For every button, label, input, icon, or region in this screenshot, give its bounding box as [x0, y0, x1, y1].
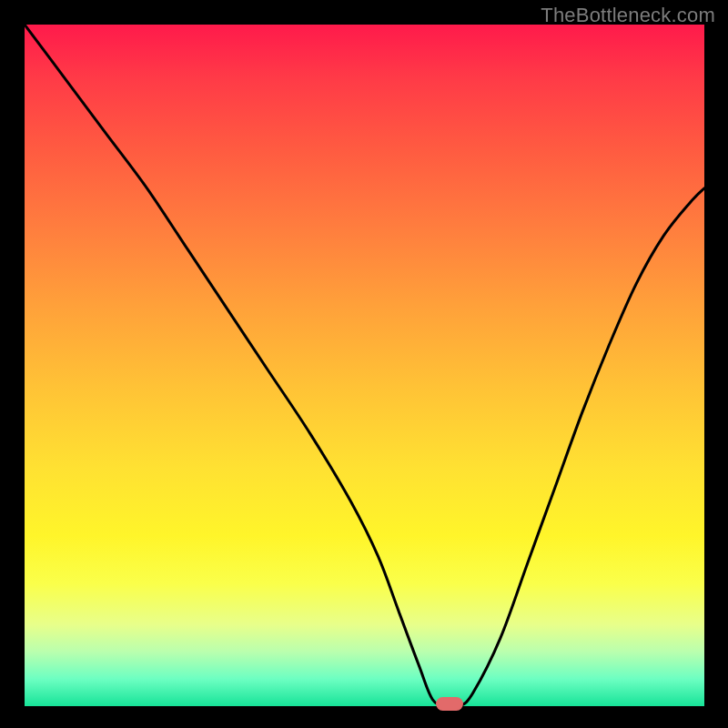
minimum-marker — [436, 697, 463, 711]
bottleneck-curve — [25, 25, 704, 706]
watermark-text: TheBottleneck.com — [541, 4, 715, 27]
chart-frame: TheBottleneck.com — [0, 0, 728, 728]
plot-area — [25, 25, 704, 706]
